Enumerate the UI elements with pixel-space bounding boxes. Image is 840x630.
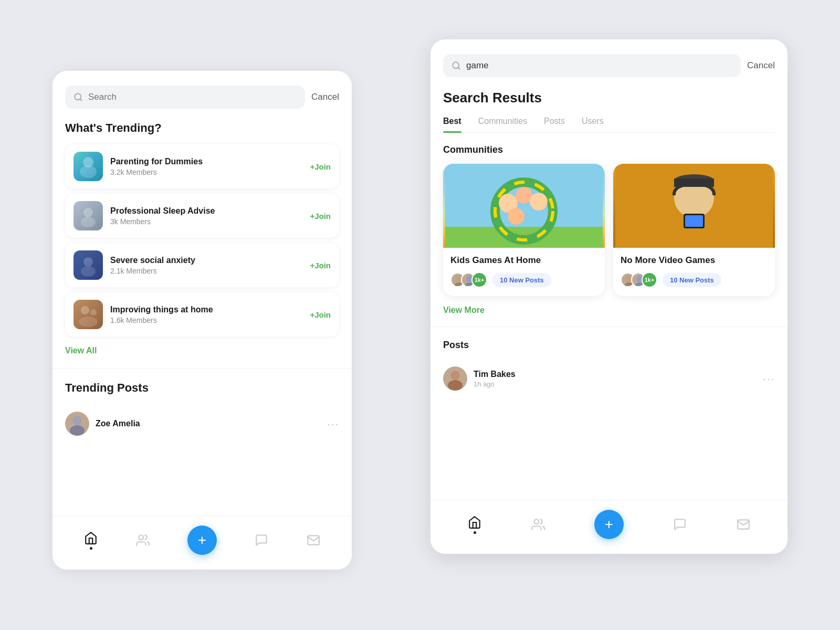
community-card-name-kids: Kids Games At Home [450,255,597,266]
trending-name: Parenting for Dummies [110,157,302,166]
svg-point-40 [534,519,539,524]
trending-info-sleep: Professional Sleep Advise 3k Members [110,206,302,226]
list-item[interactable]: Severe social anxiety 2.1k Members +Join [65,243,339,287]
join-button-sleep[interactable]: +Join [310,212,331,220]
trending-name: Professional Sleep Advise [110,206,302,216]
join-button-anxiety[interactable]: +Join [310,261,331,270]
tab-best[interactable]: Best [443,117,461,132]
divider [52,368,352,369]
list-item[interactable]: Parenting for Dummies 3.2k Members +Join [65,144,339,188]
svg-line-15 [458,67,459,69]
groups-icon-right [531,518,545,531]
nav-dot-right [474,531,476,534]
trending-post-item[interactable]: Zoe Amelia ··· [65,404,339,443]
search-input-wrapper-left[interactable] [65,86,305,109]
svg-point-8 [81,306,89,314]
left-panel: Cancel What's Trending? Parenting for Du… [52,71,352,570]
trending-members: 1.6k Members [110,316,302,324]
chat-icon-left [255,533,268,547]
list-item[interactable]: Improving things at home 1.6k Members +J… [65,292,339,337]
bottom-nav-left: + [52,516,352,570]
join-button-home[interactable]: +Join [310,310,331,319]
divider-right [430,327,788,327]
members-badge-kids: 1k+ [471,272,487,288]
svg-point-38 [450,371,460,380]
post-author-tim: Tim Bakes [474,370,516,379]
trending-name: Severe social anxiety [110,256,302,265]
community-card-name-games: No More Video Games [621,255,768,266]
search-input-wrapper-right[interactable] [443,54,741,77]
nav-groups-left[interactable] [136,533,150,547]
nav-chat-left[interactable] [255,533,268,547]
community-image-games [613,164,775,248]
nav-home-right[interactable] [468,516,481,534]
community-image-kids [443,164,605,248]
bottom-nav-right: + [430,500,788,554]
groups-icon-left [136,533,150,547]
nav-mail-right[interactable] [737,518,750,531]
trending-list: Parenting for Dummies 3.2k Members +Join… [65,144,339,337]
nav-add-right[interactable]: + [594,510,624,539]
search-input-right[interactable] [466,60,732,71]
communities-row: Kids Games At Home 1k+ 10 New Posts [443,164,775,296]
svg-point-13 [139,535,143,540]
trending-info-parenting: Parenting for Dummies 3.2k Members [110,157,302,176]
post-item-tim[interactable]: Tim Bakes 1h ago ··· [443,359,775,398]
posts-subsection-title: Posts [443,340,775,351]
community-card-body-kids: Kids Games At Home 1k+ 10 New Posts [443,248,605,296]
trending-info-home: Improving things at home 1.6k Members [110,305,302,324]
cancel-button-left[interactable]: Cancel [311,92,339,102]
avatars-stack-games: 1k+ [621,272,657,288]
new-posts-badge-kids: 10 New Posts [492,273,551,287]
cancel-button-right[interactable]: Cancel [747,60,775,71]
trending-thumb-sleep [74,201,103,230]
search-icon-right [452,61,461,70]
avatar-zoe [65,412,89,436]
home-icon-left [84,531,98,545]
community-card-games[interactable]: No More Video Games 1k+ 10 New Posts [613,164,775,296]
trending-info-anxiety: Severe social anxiety 2.1k Members [110,256,302,275]
trending-title: What's Trending? [65,121,339,135]
community-card-footer-kids: 1k+ 10 New Posts [450,272,597,288]
svg-point-9 [90,309,97,316]
community-card-footer-games: 1k+ 10 New Posts [621,272,768,288]
post-options-button-tim[interactable]: ··· [763,373,775,385]
search-input-left[interactable] [88,92,297,102]
trending-posts-title: Trending Posts [65,381,339,395]
tab-posts[interactable]: Posts [544,117,565,132]
view-more-link[interactable]: View More [443,306,775,315]
search-results-title: Search Results [443,90,775,106]
mail-icon-right [737,518,750,531]
view-all-link[interactable]: View All [65,346,339,355]
svg-point-22 [530,193,548,211]
post-options-button-zoe[interactable]: ··· [327,418,339,430]
avatar-tim [443,366,467,391]
svg-point-12 [70,425,85,436]
join-button-parenting[interactable]: +Join [310,162,331,171]
list-item[interactable]: Professional Sleep Advise 3k Members +Jo… [65,194,339,238]
svg-point-11 [72,416,82,425]
nav-mail-left[interactable] [307,533,320,547]
trending-members: 3.2k Members [110,168,302,176]
svg-point-7 [81,266,96,277]
community-card-body-games: No More Video Games 1k+ 10 New Posts [613,248,775,296]
tab-users[interactable]: Users [582,117,604,132]
avatars-stack-kids: 1k+ [450,272,487,288]
trending-members: 3k Members [110,217,302,226]
post-time-tim: 1h ago [474,380,516,388]
svg-point-3 [80,165,97,178]
nav-chat-right[interactable] [673,518,687,531]
nav-groups-right[interactable] [531,518,545,531]
trending-thumb-home [74,300,103,329]
nav-home-left[interactable] [84,531,98,550]
community-card-kids[interactable]: Kids Games At Home 1k+ 10 New Posts [443,164,605,296]
trending-thumb-anxiety [74,250,103,280]
chat-icon-right [673,518,687,531]
svg-rect-33 [685,215,703,227]
svg-line-1 [80,99,81,100]
tab-communities[interactable]: Communities [478,117,527,132]
nav-add-left[interactable]: + [187,526,217,555]
nav-dot-left [90,547,92,550]
svg-point-5 [81,217,96,227]
svg-point-10 [79,317,98,327]
